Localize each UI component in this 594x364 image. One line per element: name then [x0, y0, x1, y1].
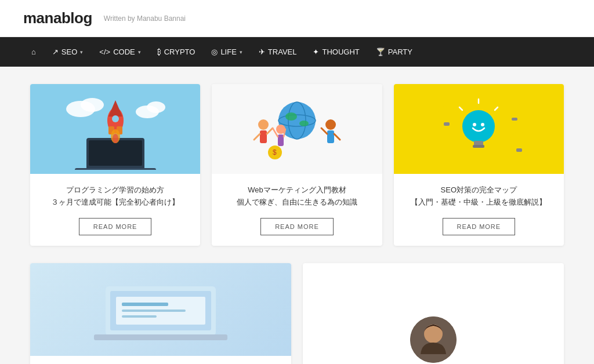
svg-rect-50 [122, 303, 168, 306]
svg-rect-28 [278, 134, 284, 146]
svg-point-17 [285, 112, 297, 121]
party-icon: 🍸 [376, 48, 385, 56]
nav-item-party[interactable]: 🍸 PARTY [368, 37, 421, 67]
card-programming-title: プログラミング学習の始め方 ３ヶ月で達成可能【完全初心者向け】 [39, 184, 191, 209]
svg-line-44 [459, 107, 462, 110]
card-seo-title: SEO対策の完全マップ 【入門・基礎・中級・上級を徹底解説】 [403, 184, 555, 209]
svg-point-13 [113, 134, 118, 143]
recent-post-image [30, 263, 291, 356]
svg-rect-24 [327, 130, 334, 143]
svg-marker-8 [108, 100, 122, 117]
svg-rect-5 [89, 140, 142, 166]
rocket-illustration [57, 89, 173, 170]
nav-link-life[interactable]: ◎ LIFE ▾ [203, 37, 250, 67]
nav-link-crypto[interactable]: ₿ CRYPTO [149, 37, 204, 67]
people-globe-illustration: $ [233, 89, 361, 170]
nav-item-crypto[interactable]: ₿ CRYPTO [149, 37, 204, 67]
thought-icon: ✦ [313, 48, 319, 56]
macbook-illustration [88, 269, 233, 350]
svg-rect-51 [122, 310, 186, 312]
chevron-down-icon: ▾ [80, 49, 83, 55]
recent-post-body: 2022/09/16 【簡単】Stable Diffusionを「M1/M2」の… [30, 356, 291, 364]
card-marketing-image: $ [212, 84, 382, 174]
main-content: プログラミング学習の始め方 ３ヶ月で達成可能【完全初心者向け】 READ MOR… [19, 67, 575, 364]
card-seo: SEO対策の完全マップ 【入門・基礎・中級・上級を徹底解説】 READ MORE [394, 84, 564, 246]
life-icon: ◎ [211, 48, 218, 56]
main-nav: ⌂ ↗ SEO ▾ </> CODE ▾ ₿ CRYPTO ◎ [0, 37, 594, 67]
nav-link-party[interactable]: 🍸 PARTY [368, 37, 421, 67]
svg-rect-41 [516, 148, 522, 152]
nav-item-travel[interactable]: ✈ TRAVEL [251, 37, 305, 67]
nav-item-home[interactable]: ⌂ [23, 37, 44, 67]
featured-cards: プログラミング学習の始め方 ３ヶ月で達成可能【完全初心者向け】 READ MOR… [30, 84, 564, 246]
nav-item-thought[interactable]: ✦ THOUGHT [305, 37, 367, 67]
svg-point-18 [299, 121, 309, 126]
card-programming-read-more[interactable]: READ MORE [79, 218, 152, 235]
card-seo-body: SEO対策の完全マップ 【入門・基礎・中級・上級を徹底解説】 READ MORE [394, 174, 564, 246]
card-seo-image [394, 84, 564, 174]
card-marketing-body: Webマーケティング入門教材 個人で稼ぎ、自由に生きる為の知識 READ MOR… [212, 174, 382, 246]
avatar [410, 316, 457, 363]
svg-line-22 [267, 128, 273, 134]
nav-link-seo[interactable]: ↗ SEO ▾ [44, 37, 91, 67]
author-card [303, 263, 564, 364]
svg-rect-52 [122, 315, 157, 318]
svg-line-25 [321, 128, 327, 134]
svg-rect-35 [473, 145, 484, 148]
svg-point-23 [325, 119, 336, 130]
nav-link-code[interactable]: </> CODE ▾ [91, 37, 148, 67]
seo-icon: ↗ [52, 48, 59, 56]
nav-item-life[interactable]: ◎ LIFE ▾ [203, 37, 250, 67]
svg-line-43 [495, 107, 498, 110]
card-programming: プログラミング学習の始め方 ３ヶ月で達成可能【完全初心者向け】 READ MOR… [30, 84, 200, 246]
svg-point-33 [462, 110, 495, 143]
site-header: manablog Written by Manabu Bannai [0, 0, 594, 37]
svg-point-36 [437, 105, 456, 124]
card-seo-read-more[interactable]: READ MORE [443, 218, 516, 235]
svg-point-11 [112, 115, 119, 122]
lightbulbs-illustration [421, 89, 537, 170]
svg-point-46 [481, 123, 484, 126]
chevron-down-icon-3: ▾ [240, 49, 242, 55]
svg-point-3 [147, 101, 165, 113]
author-avatar-image [410, 316, 457, 363]
svg-point-45 [473, 123, 476, 126]
card-marketing-read-more[interactable]: READ MORE [260, 218, 334, 235]
nav-link-thought[interactable]: ✦ THOUGHT [305, 37, 367, 67]
card-web-marketing: $ Webマーケティング入門教材 個人で稼ぎ、自由に生きる為の知識 READ M… [212, 84, 382, 246]
bottom-row: 2022/09/16 【簡単】Stable Diffusionを「M1/M2」の… [30, 263, 564, 364]
recent-post-card: 2022/09/16 【簡単】Stable Diffusionを「M1/M2」の… [30, 263, 291, 364]
site-tagline: Written by Manabu Bannai [104, 14, 186, 23]
svg-rect-34 [474, 141, 483, 145]
svg-line-21 [254, 134, 260, 140]
svg-point-19 [258, 119, 269, 130]
svg-rect-6 [75, 168, 156, 170]
bitcoin-icon: ₿ [157, 48, 161, 56]
nav-link-home[interactable]: ⌂ [23, 37, 44, 67]
nav-link-travel[interactable]: ✈ TRAVEL [251, 37, 305, 67]
svg-line-26 [334, 134, 340, 140]
chevron-down-icon-2: ▾ [138, 49, 141, 55]
svg-text:$: $ [273, 148, 277, 156]
svg-rect-20 [260, 130, 267, 143]
travel-icon: ✈ [259, 48, 265, 56]
card-programming-image [30, 84, 200, 174]
code-icon: </> [99, 48, 110, 56]
svg-point-1 [81, 98, 104, 112]
nav-item-code[interactable]: </> CODE ▾ [91, 37, 148, 67]
svg-rect-37 [444, 122, 450, 126]
svg-rect-39 [512, 118, 517, 121]
home-icon: ⌂ [31, 48, 36, 56]
card-programming-body: プログラミング学習の始め方 ３ヶ月で達成可能【完全初心者向け】 READ MOR… [30, 174, 200, 246]
nav-item-seo[interactable]: ↗ SEO ▾ [44, 37, 91, 67]
svg-rect-53 [94, 334, 227, 340]
svg-point-40 [510, 132, 528, 150]
card-marketing-title: Webマーケティング入門教材 個人で稼ぎ、自由に生きる為の知識 [221, 184, 372, 209]
site-title: manablog [23, 9, 92, 27]
svg-point-38 [506, 103, 523, 119]
